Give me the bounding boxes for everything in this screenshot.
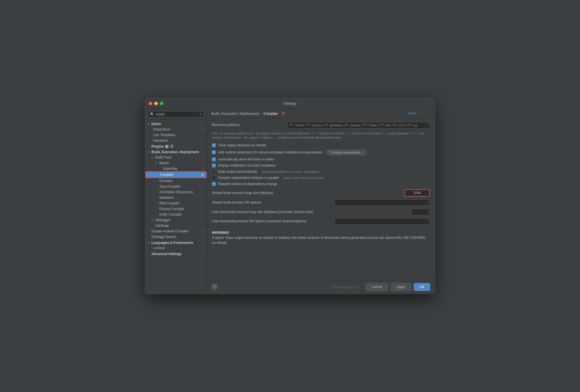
breadcrumb-current: Compiler (263, 111, 278, 116)
sidebar-item-excludes[interactable]: Excludes (145, 178, 207, 184)
sidebar-item-package-search[interactable]: Package Search ☰ (145, 234, 207, 240)
sidebar-item-annotation-processors[interactable]: Annotation Processors (145, 189, 207, 195)
notification-label[interactable]: Display notification on build completion (218, 164, 276, 167)
forward-button[interactable]: → (426, 111, 430, 116)
show-error-label[interactable]: Automatically show first error in editor (218, 157, 274, 161)
checkbox-add-assertions: Add runtime assertions for notnull-annot… (212, 150, 430, 155)
vm-expand-icon[interactable]: ⤢ (425, 201, 428, 204)
checkbox-show-error: Automatically show first error in editor (212, 157, 430, 161)
sidebar-tree: ▾ Editor Inspections ☰ Live Templates In… (145, 120, 207, 294)
sidebar-section-editor[interactable]: ▾ Editor (145, 121, 207, 127)
search-box: 🔍 ✕ (145, 109, 207, 120)
warning-section: WARNING! If option 'Clear output directo… (212, 230, 430, 245)
build-auto-checkbox[interactable] (212, 170, 216, 174)
search-wrap[interactable]: 🔍 ✕ (148, 111, 204, 117)
cancel-button[interactable]: Cancel (366, 283, 388, 291)
checkbox-rebuild-module: Rebuild module on dependency change (212, 182, 430, 186)
resource-pattern-expand[interactable]: ⤢ (424, 123, 428, 127)
apply-button[interactable]: Apply (391, 283, 411, 291)
vm-options-row: Shared build process VM options: ⤢ (212, 199, 430, 206)
resource-patterns-row: Resource patterns: ?*.form;!?*.class;!?*… (212, 122, 430, 129)
notification-checkbox[interactable] (212, 164, 216, 167)
panel-header: Build, Execution, Deployment › Compiler … (207, 109, 435, 118)
user-heap-row: User-local build process heap size (Mbyt… (212, 209, 430, 215)
sidebar-section-plugins[interactable]: Plugins 2 ☰ (145, 143, 207, 149)
heap-size-input[interactable] (404, 189, 430, 197)
sidebar-item-validation[interactable]: Validation (145, 195, 207, 200)
search-clear-icon[interactable]: ✕ (199, 112, 202, 116)
clear-output-label[interactable]: Clear output directory on rebuild (218, 143, 266, 147)
sidebar-section-advanced[interactable]: Advanced Settings (145, 251, 207, 256)
sidebar-item-kotlin-compiler[interactable]: Kotlin Compiler (145, 212, 207, 217)
back-button[interactable]: ← (420, 111, 424, 116)
compiler-icon: ☰ (201, 173, 204, 176)
warning-text: If option 'Clear output directory on reb… (212, 235, 430, 245)
assertions-checkbox[interactable] (212, 150, 216, 154)
vm-options-label: Shared build process VM options: (212, 200, 332, 204)
panel-content: Resource patterns: ?*.form;!?*.class;!?*… (207, 118, 435, 280)
sidebar-item-live-templates[interactable]: Live Templates (145, 132, 207, 138)
ok-button[interactable]: OK (414, 283, 430, 291)
user-vm-expand-icon[interactable]: ⤢ (425, 220, 428, 223)
search-icon: 🔍 (150, 112, 154, 116)
show-error-checkbox[interactable] (212, 157, 216, 161)
build-auto-hint: (only works while not running / debuggin… (261, 170, 319, 173)
parallel-checkbox[interactable] (212, 176, 216, 180)
checkbox-clear-output: Clear output directory on rebuild (212, 143, 430, 147)
resource-patterns-input[interactable]: ?*.form;!?*.class;!?*.groovy;!?*.scala;!… (287, 122, 430, 129)
titlebar: Settings (145, 98, 435, 109)
plugins-badge: 2 (165, 145, 169, 148)
parallel-label[interactable]: Compile independent modules in parallel (218, 176, 279, 180)
search-input[interactable] (156, 112, 198, 116)
traffic-lights (149, 102, 163, 105)
sidebar: 🔍 ✕ ▾ Editor Inspections ☰ Live Template… (145, 109, 207, 294)
sidebar-section-build[interactable]: ▾ Build, Execution, Deployment (145, 149, 207, 155)
footer: ? CSDN @wang0112233 Cancel Apply OK (207, 280, 435, 294)
sidebar-item-java-compiler[interactable]: Java Compiler (145, 184, 207, 189)
pin-icon: 📌 (281, 112, 285, 115)
sidebar-item-groovy-compiler[interactable]: Groovy Compiler (145, 206, 207, 212)
breadcrumb-parent: Build, Execution, Deployment (211, 111, 259, 116)
help-button[interactable]: ? (211, 284, 218, 290)
vm-options-input[interactable]: ⤢ (335, 199, 430, 206)
build-auto-label[interactable]: Build project automatically (218, 170, 257, 174)
breadcrumb: Build, Execution, Deployment › Compiler … (211, 111, 406, 116)
user-heap-input[interactable] (411, 209, 430, 215)
clear-output-checkbox[interactable] (212, 143, 216, 147)
sidebar-item-compiler[interactable]: ▾ Compiler ☰ (145, 171, 207, 178)
maximize-button[interactable] (160, 102, 163, 105)
sidebar-item-rmi-compiler[interactable]: RMI Compiler (145, 200, 207, 206)
breadcrumb-separator: › (261, 111, 262, 116)
rebuild-label[interactable]: Rebuild module on dependency change (218, 182, 277, 186)
editor-label: Editor (151, 122, 161, 126)
sidebar-section-languages[interactable]: ▾ Languages & Frameworks (145, 240, 207, 245)
sidebar-item-lombok[interactable]: Lombok ☰ (145, 245, 207, 251)
minimize-button[interactable] (154, 102, 158, 105)
sidebar-item-hotswap[interactable]: HotSwap (145, 223, 207, 228)
checkbox-display-notification: Display notification on build completion (212, 164, 430, 167)
sidebar-item-debugger[interactable]: ▾ Debugger (145, 217, 207, 223)
window-title: Settings (284, 101, 297, 106)
rebuild-checkbox[interactable] (212, 182, 216, 186)
user-heap-label: User-local build process heap size (Mbyt… (212, 210, 409, 214)
watermark: CSDN @wang0112233 (331, 286, 360, 289)
build-tools-icon: ☰ (202, 156, 204, 159)
importing-icon: ☰ (202, 167, 204, 170)
sidebar-item-maven[interactable]: ▾ Maven ☰ (145, 160, 207, 166)
heap-size-row: Shared build process heap size (Mbytes): (212, 189, 430, 197)
checkbox-build-auto: Build project automatically (only works … (212, 170, 430, 174)
configure-annotations-button[interactable]: Configure annotations... (327, 150, 366, 155)
warning-title: WARNING! (212, 230, 430, 235)
sidebar-item-gradle-android[interactable]: Gradle-Android Compiler ☰ (145, 228, 207, 234)
reset-button[interactable]: Reset (408, 111, 417, 115)
user-vm-input[interactable]: ⤢ (335, 218, 430, 225)
sidebar-item-build-tools[interactable]: ▾ Build Tools ☰ (145, 155, 207, 160)
sidebar-item-intentions[interactable]: Intentions (145, 138, 207, 143)
sidebar-item-inspections[interactable]: Inspections ☰ (145, 127, 207, 132)
package-icon: ☰ (202, 235, 204, 239)
sidebar-item-importing[interactable]: Importing ☰ (145, 166, 207, 171)
checkbox-compile-parallel: Compile independent modules in parallel … (212, 176, 430, 180)
close-button[interactable] (149, 102, 152, 105)
settings-window: Settings 🔍 ✕ ▾ Editor Inspections ☰ (145, 98, 435, 294)
assertions-label[interactable]: Add runtime assertions for notnull-annot… (218, 150, 322, 154)
